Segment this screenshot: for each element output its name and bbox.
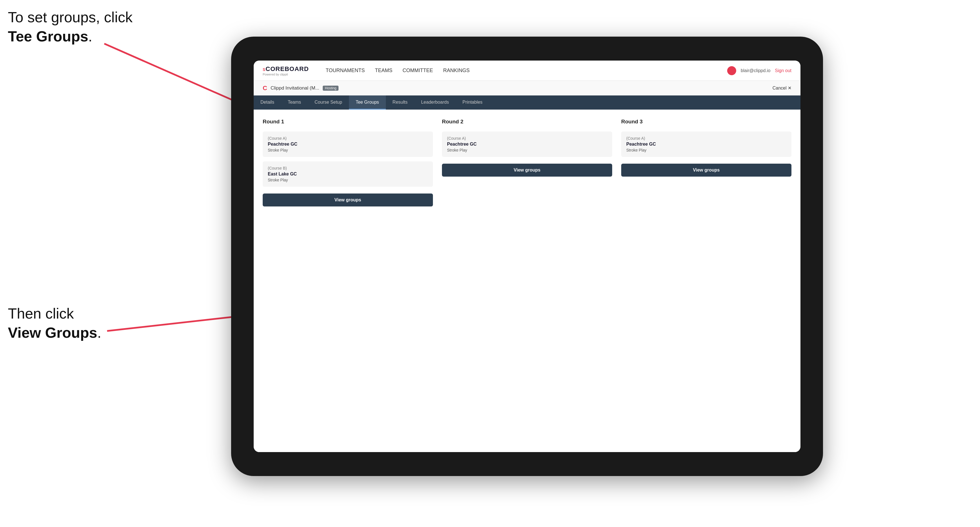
nav-right: blair@clippd.io Sign out [727, 66, 791, 75]
rounds-grid: Round 1 (Course A) Peachtree GC Stroke P… [262, 119, 791, 206]
round-1-course-a-name: Peachtree GC [268, 142, 428, 147]
user-avatar [727, 66, 736, 75]
hosting-badge: Hosting [323, 86, 339, 91]
round-1-course-a-card: (Course A) Peachtree GC Stroke Play [262, 132, 433, 157]
tab-teams[interactable]: Teams [281, 95, 308, 110]
round-2-column: Round 2 (Course A) Peachtree GC Stroke P… [442, 119, 612, 206]
nav-links: TOURNAMENTS TEAMS COMMITTEE RANKINGS [326, 67, 716, 75]
sub-header: C Clippd Invitational (M... Hosting Canc… [254, 81, 800, 95]
round-3-view-groups-button[interactable]: View groups [621, 163, 791, 176]
round-1-course-a-format: Stroke Play [268, 148, 428, 152]
round-3-column: Round 3 (Course A) Peachtree GC Stroke P… [621, 119, 791, 206]
logo-area: SCOREBOARD Powered by clippit [262, 65, 309, 76]
round-1-column: Round 1 (Course A) Peachtree GC Stroke P… [262, 119, 433, 206]
round-3-course-a-name: Peachtree GC [626, 142, 786, 147]
round-2-course-a-label: (Course A) [447, 136, 607, 141]
tab-results[interactable]: Results [386, 95, 414, 110]
tablet-device: SCOREBOARD Powered by clippit TOURNAMENT… [231, 37, 823, 476]
instruction-bottom: Then click View Groups. [8, 304, 101, 342]
round-1-course-b-card: (Course B) East Lake GC Stroke Play [262, 161, 433, 187]
user-email: blair@clippd.io [741, 68, 770, 73]
tab-course-setup[interactable]: Course Setup [308, 95, 349, 110]
instruction-bottom-line1: Then click [8, 305, 74, 322]
round-1-course-b-label: (Course B) [268, 166, 428, 170]
instruction-top: To set groups, click Tee Groups. [8, 8, 132, 46]
round-1-course-b-name: East Lake GC [268, 171, 428, 176]
tab-leaderboards[interactable]: Leaderboards [414, 95, 456, 110]
tab-details[interactable]: Details [254, 95, 281, 110]
app-initial: C [262, 84, 267, 92]
tournament-name: Clippd Invitational (M... [270, 85, 319, 91]
round-3-course-a-format: Stroke Play [626, 148, 786, 152]
nav-tournaments[interactable]: TOURNAMENTS [326, 67, 365, 75]
round-2-view-groups-button[interactable]: View groups [442, 163, 612, 176]
round-2-title: Round 2 [442, 119, 612, 125]
round-1-course-b-format: Stroke Play [268, 178, 428, 182]
top-nav: SCOREBOARD Powered by clippit TOURNAMENT… [254, 60, 800, 81]
round-1-title: Round 1 [262, 119, 433, 125]
tab-bar: Details Teams Course Setup Tee Groups Re… [254, 95, 800, 110]
tab-tee-groups[interactable]: Tee Groups [349, 95, 386, 110]
tab-printables[interactable]: Printables [456, 95, 489, 110]
logo-text: SCOREBOARD [262, 65, 309, 73]
logo-sub: Powered by clippit [262, 73, 309, 76]
round-2-course-a-name: Peachtree GC [447, 142, 607, 147]
nav-rankings[interactable]: RANKINGS [443, 67, 469, 75]
nav-committee[interactable]: COMMITTEE [402, 67, 433, 75]
round-3-course-a-card: (Course A) Peachtree GC Stroke Play [621, 132, 791, 157]
round-3-course-a-label: (Course A) [626, 136, 786, 141]
sub-header-left: C Clippd Invitational (M... Hosting [262, 84, 339, 92]
instruction-bottom-bold: View Groups [8, 324, 97, 341]
round-3-title: Round 3 [621, 119, 791, 125]
round-2-course-a-card: (Course A) Peachtree GC Stroke Play [442, 132, 612, 157]
instruction-top-line1: To set groups, click [8, 9, 132, 25]
cancel-button[interactable]: Cancel ✕ [773, 85, 791, 91]
instruction-bottom-suffix: . [97, 324, 101, 341]
nav-teams[interactable]: TEAMS [375, 67, 392, 75]
sign-out-link[interactable]: Sign out [775, 68, 791, 73]
main-content: Round 1 (Course A) Peachtree GC Stroke P… [254, 110, 800, 452]
instruction-top-suffix: . [88, 28, 92, 44]
instruction-top-bold: Tee Groups [8, 28, 88, 44]
round-1-course-a-label: (Course A) [268, 136, 428, 141]
tablet-screen: SCOREBOARD Powered by clippit TOURNAMENT… [254, 60, 800, 452]
round-1-view-groups-button[interactable]: View groups [262, 194, 433, 206]
round-2-course-a-format: Stroke Play [447, 148, 607, 152]
